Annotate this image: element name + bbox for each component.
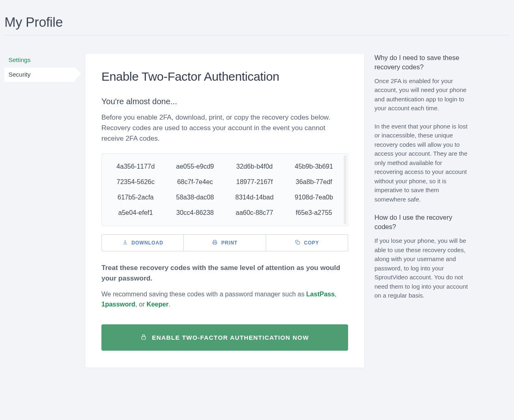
recovery-code: ae055-e9cd9	[166, 162, 225, 171]
recommend-text: We recommend saving these codes with a p…	[101, 289, 348, 310]
codes-actions-row: DOWNLOAD PRINT COPY	[101, 234, 348, 251]
print-button[interactable]: PRINT	[184, 234, 266, 251]
sidebar-item-label: Security	[9, 71, 30, 78]
enable-2fa-label: ENABLE TWO-FACTOR AUTHENTICATION NOW	[152, 334, 309, 341]
sidebar-item-security[interactable]: Security	[4, 68, 75, 82]
card-title: Enable Two-Factor Authentication	[101, 67, 348, 86]
sidebar-item-settings[interactable]: Settings	[4, 53, 75, 67]
link-keeper[interactable]: Keeper	[146, 301, 168, 308]
recovery-code: 617b5-2acfa	[106, 193, 166, 202]
recovery-code: f65e3-a2755	[284, 208, 344, 218]
recovery-code: 36a8b-77edf	[284, 177, 344, 187]
print-label: PRINT	[221, 240, 237, 246]
treat-text: Treat these recovery codes with the same…	[101, 263, 348, 284]
recovery-code: 4a356-1177d	[106, 162, 166, 171]
download-icon	[122, 239, 128, 246]
download-button[interactable]: DOWNLOAD	[101, 234, 184, 251]
recovery-code: 18977-2167f	[225, 177, 284, 187]
info-column: Why do I need to save these recovery cod…	[374, 53, 469, 309]
copy-icon	[295, 239, 301, 246]
info-a2: If you lose your phone, you will be able…	[374, 236, 469, 300]
recovery-code: 30cc4-86238	[166, 208, 225, 218]
recovery-code: 68c7f-7e4ec	[166, 177, 225, 187]
recovery-code: 32d6b-b4f0d	[225, 162, 284, 171]
recovery-code: aa60c-88c77	[225, 208, 284, 218]
page-header: My Profile	[4, 12, 510, 35]
svg-rect-1	[142, 336, 146, 339]
card-lead-text: Before you enable 2FA, download, print, …	[101, 112, 348, 144]
info-q2: How do I use the recovery codes?	[374, 213, 469, 231]
copy-button[interactable]: COPY	[266, 234, 348, 251]
recovery-codes-box: 4a356-1177dae055-e9cd932d6b-b4f0d45b9b-3…	[101, 153, 348, 226]
lock-icon	[140, 333, 147, 342]
recovery-code: 45b9b-3b691	[284, 162, 344, 171]
recovery-code: a5e04-efef1	[106, 208, 166, 218]
print-icon	[212, 239, 218, 246]
card-subheading: You're almost done...	[101, 95, 348, 107]
sidebar-item-label: Settings	[9, 56, 30, 63]
copy-label: COPY	[304, 240, 319, 246]
main-card: Enable Two-Factor Authentication You're …	[85, 53, 365, 368]
info-a1a: Once 2FA is enabled for your account, yo…	[374, 77, 469, 113]
recovery-code: 58a38-dac08	[166, 193, 225, 202]
svg-rect-0	[297, 241, 300, 244]
download-label: DOWNLOAD	[131, 240, 163, 246]
recovery-code: 9108d-7ea0b	[284, 193, 344, 202]
page-title: My Profile	[4, 12, 510, 32]
recovery-code: 8314d-14bad	[225, 193, 284, 202]
link-lastpass[interactable]: LastPass	[306, 291, 335, 298]
info-a1b: In the event that your phone is lost or …	[374, 122, 469, 204]
link-1password[interactable]: 1password	[101, 301, 135, 308]
info-q1: Why do I need to save these recovery cod…	[374, 53, 469, 72]
enable-2fa-button[interactable]: ENABLE TWO-FACTOR AUTHENTICATION NOW	[101, 324, 348, 351]
recovery-code: 72354-5626c	[106, 177, 166, 187]
sidebar: Settings Security	[4, 53, 75, 83]
